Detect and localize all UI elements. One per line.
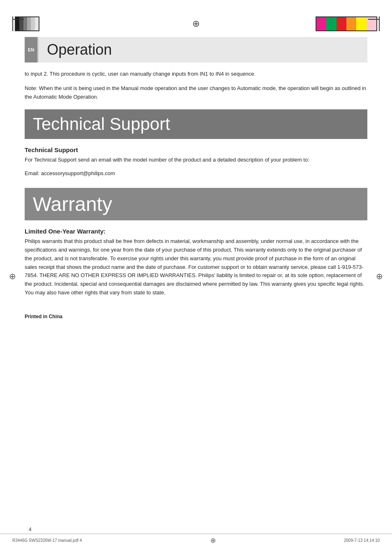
right-side-crosshair: ⊕ — [376, 271, 383, 281]
left-color-strip — [12, 16, 39, 31]
right-color-swatches — [316, 16, 377, 31]
technical-support-body: For Technical Support send an email with… — [25, 156, 367, 164]
swatch-pink — [316, 17, 326, 30]
warranty-header: Warranty — [25, 188, 367, 220]
footer: R3446G SWS2326W-17 manual.pdf 4 ⊕ 2009-7… — [0, 534, 392, 547]
page: ⊕ EN Operation to input 2. This p — [0, 0, 392, 555]
swatch-5 — [31, 17, 35, 30]
operation-para1: to input 2. This procedure is cyclic, us… — [25, 70, 367, 79]
technical-support-subtitle: Technical Support — [25, 146, 367, 153]
swatch-yellow — [356, 17, 366, 30]
page-number: 4 — [29, 527, 32, 532]
swatch-green — [326, 17, 336, 30]
swatch-3 — [23, 17, 27, 30]
footer-center-crosshair: ⊕ — [210, 536, 216, 544]
warranty-title: Warranty — [33, 193, 359, 215]
lang-badge: EN — [25, 37, 37, 62]
footer-right: 2009-7-13 14:14:10 — [344, 538, 380, 543]
operation-para2: Note: When the unit is being used in the… — [25, 84, 367, 102]
swatch-4 — [27, 17, 31, 30]
operation-title: Operation — [47, 41, 359, 58]
swatch-orange — [346, 17, 356, 30]
main-content: EN Operation to input 2. This procedure … — [25, 37, 367, 319]
printed-in: Printed in China — [25, 314, 367, 319]
warranty-subtitle: Limited One-Year Warranty: — [25, 228, 367, 235]
top-bar: ⊕ — [0, 12, 392, 35]
technical-support-header: Technical Support — [25, 109, 367, 139]
top-center-crosshair: ⊕ — [192, 18, 200, 29]
operation-title-box: Operation — [37, 37, 367, 62]
technical-support-title: Technical Support — [33, 114, 359, 134]
hline-right-top — [368, 19, 380, 20]
swatch-6 — [35, 17, 39, 30]
left-side-crosshair: ⊕ — [9, 271, 16, 281]
warranty-body: Philips warrants that this product shall… — [25, 237, 367, 297]
right-color-strip — [316, 16, 380, 31]
swatch-red — [337, 17, 346, 30]
left-bw-swatches — [15, 16, 39, 31]
technical-support-email: Email: accessorysupport@philips.com — [25, 170, 367, 176]
footer-left: R3446G SWS2326W-17 manual.pdf 4 — [12, 538, 82, 543]
operation-header: EN Operation — [25, 37, 367, 62]
hline-left-top — [12, 19, 24, 20]
